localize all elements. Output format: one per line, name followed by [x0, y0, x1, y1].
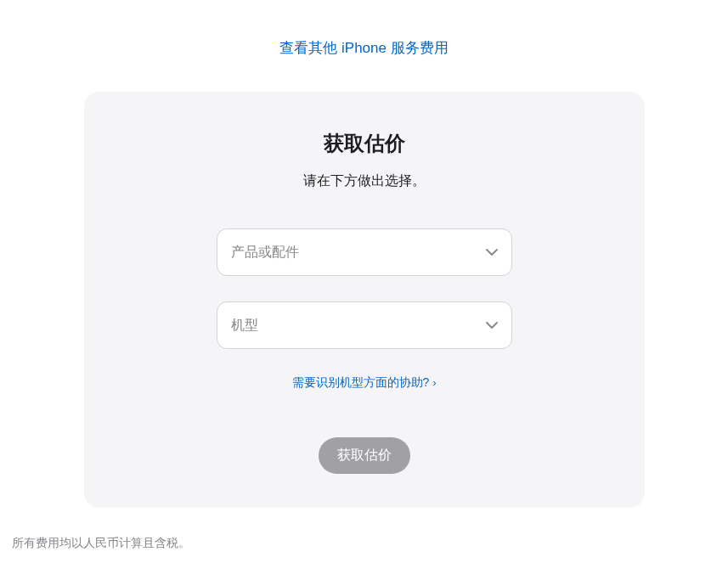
card-title: 获取估价 [118, 130, 611, 157]
model-select[interactable]: 机型 [217, 301, 512, 349]
note-tax: 所有费用均以人民币计算且含税。 [12, 532, 716, 555]
top-link-container: 查看其他 iPhone 服务费用 [8, 38, 720, 58]
model-select-wrap: 机型 [217, 301, 512, 349]
chevron-down-icon [486, 322, 498, 329]
product-select[interactable]: 产品或配件 [217, 228, 512, 276]
footer-notes: 所有费用均以人民币计算且含税。 截至 2023 年 2 月底，保外电池服务的费用… [12, 532, 716, 563]
chevron-down-icon [486, 249, 498, 256]
product-select-wrap: 产品或配件 [217, 228, 512, 276]
submit-container: 获取估价 [118, 437, 611, 474]
help-link-text: 需要识别机型方面的协助? [292, 375, 430, 389]
help-link-container: 需要识别机型方面的协助?› [118, 374, 611, 391]
other-services-link[interactable]: 查看其他 iPhone 服务费用 [279, 40, 448, 56]
model-select-label: 机型 [231, 317, 258, 335]
product-select-label: 产品或配件 [231, 244, 299, 262]
identify-model-help-link[interactable]: 需要识别机型方面的协助?› [292, 375, 437, 389]
get-estimate-button[interactable]: 获取估价 [319, 437, 410, 474]
card-subtitle: 请在下方做出选择。 [118, 172, 611, 190]
chevron-right-icon: › [432, 377, 436, 389]
estimate-card: 获取估价 请在下方做出选择。 产品或配件 机型 需要识别机型方面的协助?› 获取… [84, 92, 645, 508]
